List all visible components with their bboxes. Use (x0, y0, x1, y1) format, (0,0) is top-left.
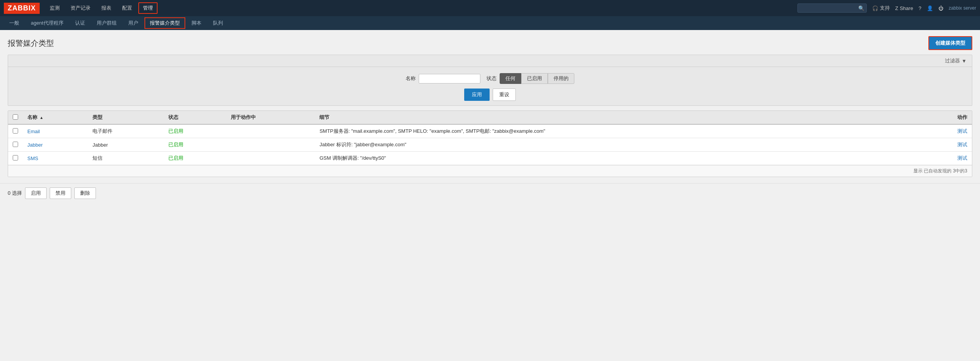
page-content: 报警媒介类型 创建媒体类型 过滤器 ▼ 名称 状态 任何 已启用 停用的 (0, 30, 980, 183)
link-jabber[interactable]: Jabber (27, 142, 43, 148)
cell-detail-email: SMTP服务器: "mail.example.com", SMTP HELO: … (315, 124, 922, 138)
sub-navigation: 一般 agent代理程序 认证 用户群组 用户 报警媒介类型 脚本 队列 (0, 16, 980, 30)
headset-icon: 🎧 (872, 5, 878, 11)
filter-name-field: 名称 (406, 74, 480, 84)
status-enabled-button[interactable]: 已启用 (521, 73, 548, 84)
cell-name-sms: SMS (23, 152, 88, 165)
subnav-users[interactable]: 用户 (123, 17, 144, 29)
status-group: 任何 已启用 停用的 (500, 73, 574, 84)
row-checkbox-sms (8, 152, 23, 165)
cell-action-sms: 测试 (922, 152, 972, 165)
filter-icon[interactable]: ▼ (962, 58, 967, 64)
server-name: zabbix server (949, 5, 976, 11)
table-row: Email 电子邮件 已启用 SMTP服务器: "mail.example.co… (8, 124, 972, 138)
cell-action-email: 测试 (922, 124, 972, 138)
subnav-agent[interactable]: agent代理程序 (25, 17, 69, 29)
col-action: 动作 (922, 111, 972, 124)
disable-button[interactable]: 禁用 (50, 187, 71, 199)
share-icon: Z (895, 5, 898, 11)
cell-name-jabber: Jabber (23, 138, 88, 152)
reset-filter-button[interactable]: 重设 (493, 89, 516, 101)
table-footer: 显示 已自动发现的 3中的3 (8, 165, 972, 177)
subnav-usergroups[interactable]: 用户群组 (91, 17, 122, 29)
col-checkbox (8, 111, 23, 124)
checkbox-sms[interactable] (13, 155, 18, 160)
user-profile-button[interactable]: 👤 (927, 5, 933, 11)
table-body: Email 电子邮件 已启用 SMTP服务器: "mail.example.co… (8, 124, 972, 165)
help-label: ? (918, 5, 921, 11)
col-detail: 细节 (315, 111, 922, 124)
support-link[interactable]: 🎧 支持 (872, 5, 890, 12)
select-count-label: 0 选择 (8, 190, 22, 197)
col-name[interactable]: 名称 ▲ (23, 111, 88, 124)
status-disabled-button[interactable]: 停用的 (548, 73, 574, 84)
nav-monitor[interactable]: 监测 (45, 2, 64, 14)
cell-status-email: 已启用 (164, 124, 227, 138)
nav-assets[interactable]: 资产记录 (66, 2, 95, 14)
cell-detail-sms: GSM 调制解调器: "/dev/ttyS0" (315, 152, 922, 165)
top-navigation: ZABBIX 监测 资产记录 报表 配置 管理 🔍 🎧 支持 Z Share ?… (0, 0, 980, 16)
subnav-media-types[interactable]: 报警媒介类型 (144, 17, 185, 29)
filter-status-label: 状态 (487, 75, 497, 82)
link-sms[interactable]: SMS (27, 155, 38, 161)
cell-status-sms: 已启用 (164, 152, 227, 165)
nav-config[interactable]: 配置 (117, 2, 137, 14)
action-test-jabber[interactable]: 测试 (957, 142, 967, 147)
row-checkbox-email (8, 124, 23, 138)
subnav-general[interactable]: 一般 (4, 17, 25, 29)
cell-used-email (226, 124, 315, 138)
cell-action-jabber: 测试 (922, 138, 972, 152)
status-jabber: 已启用 (168, 142, 183, 147)
help-button[interactable]: ? (918, 5, 921, 11)
cell-type-email: 电子邮件 (88, 124, 163, 138)
col-type: 类型 (88, 111, 163, 124)
zabbix-logo: ZABBIX (4, 3, 40, 14)
cell-name-email: Email (23, 124, 88, 138)
link-email[interactable]: Email (27, 129, 40, 134)
delete-button[interactable]: 删除 (74, 187, 96, 199)
search-icon: 🔍 (858, 5, 864, 11)
apply-filter-button[interactable]: 应用 (464, 89, 490, 101)
action-test-sms[interactable]: 测试 (957, 155, 967, 161)
filter-section: 过滤器 ▼ 名称 状态 任何 已启用 停用的 应用 (8, 55, 972, 106)
col-used-in-actions: 用于动作中 (226, 111, 315, 124)
support-label: 支持 (880, 5, 890, 12)
checkbox-email[interactable] (13, 128, 18, 134)
table-section: 名称 ▲ 类型 状态 用于动作中 细节 动作 Email (8, 110, 972, 177)
status-email: 已启用 (168, 128, 183, 134)
cell-type-jabber: Jabber (88, 138, 163, 152)
global-search-input[interactable] (797, 3, 867, 13)
page-title: 报警媒介类型 (8, 38, 54, 48)
action-test-email[interactable]: 测试 (957, 128, 967, 134)
create-media-type-button[interactable]: 创建媒体类型 (928, 36, 972, 50)
bottom-action-bar: 0 选择 启用 禁用 删除 (0, 183, 980, 203)
search-wrapper: 🔍 (797, 3, 867, 13)
filter-actions: 应用 重设 (16, 89, 964, 101)
nav-reports[interactable]: 报表 (97, 2, 116, 14)
sort-name-icon: ▲ (40, 115, 44, 120)
share-label: Share (900, 5, 913, 11)
logout-button[interactable]: ⏻ (938, 5, 943, 11)
user-icon: 👤 (927, 5, 933, 11)
select-all-checkbox[interactable] (13, 114, 18, 120)
filter-name-label: 名称 (406, 75, 416, 82)
subnav-auth[interactable]: 认证 (70, 17, 91, 29)
row-checkbox-jabber (8, 138, 23, 152)
filter-row: 名称 状态 任何 已启用 停用的 (16, 73, 964, 84)
subnav-scripts[interactable]: 脚本 (186, 17, 207, 29)
status-any-button[interactable]: 任何 (500, 73, 521, 84)
subnav-queue[interactable]: 队列 (208, 17, 228, 29)
share-link[interactable]: Z Share (895, 5, 913, 11)
cell-detail-jabber: Jabber 标识符: "jabber@example.com" (315, 138, 922, 152)
filter-status-field: 状态 任何 已启用 停用的 (487, 73, 574, 84)
nav-admin[interactable]: 管理 (138, 2, 158, 14)
cell-type-sms: 短信 (88, 152, 163, 165)
top-nav-right: 🔍 🎧 支持 Z Share ? 👤 ⏻ zabbix server (797, 3, 976, 13)
media-types-table: 名称 ▲ 类型 状态 用于动作中 细节 动作 Email (8, 111, 972, 165)
filter-header: 过滤器 ▼ (8, 55, 972, 67)
table-header-row: 名称 ▲ 类型 状态 用于动作中 细节 动作 (8, 111, 972, 124)
enable-button[interactable]: 启用 (25, 187, 47, 199)
checkbox-jabber[interactable] (13, 142, 18, 147)
page-header: 报警媒介类型 创建媒体类型 (8, 36, 972, 50)
filter-name-input[interactable] (419, 74, 480, 84)
